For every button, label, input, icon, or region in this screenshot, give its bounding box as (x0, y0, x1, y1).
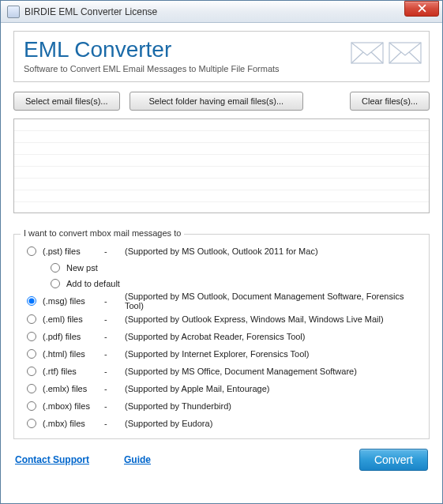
format-label: (.mbx) files (43, 419, 104, 428)
format-sub-radio[interactable] (51, 263, 60, 273)
close-icon (418, 4, 426, 13)
convert-button[interactable]: Convert (359, 449, 428, 471)
dash-separator: - (104, 246, 125, 256)
format-description: (Supported by MS Outlook, Document Manag… (125, 291, 421, 310)
format-option-row: (.pst) files-(Supported by MS Outlook, O… (22, 243, 421, 260)
format-sub-label: New pst (66, 263, 98, 273)
format-description: (Supported by Eudora) (125, 419, 212, 428)
files-listbox[interactable] (13, 118, 430, 213)
format-sub-option-row: New pst (22, 260, 421, 276)
content-area: EML Converter Software to Convert EML Em… (1, 23, 442, 480)
list-row (14, 179, 429, 190)
format-radio[interactable] (27, 349, 36, 359)
contact-support-link[interactable]: Contact Support (15, 454, 89, 465)
envelope-icon (350, 38, 385, 65)
format-option-row: (.emlx) files-(Supported by Apple Mail, … (22, 380, 421, 397)
envelope-decoration (350, 38, 422, 65)
app-subtitle: Software to Convert EML Email Messages t… (24, 64, 419, 73)
format-groupbox: I want to convert mbox mail messages to … (13, 234, 430, 439)
format-label: (.mbox) files (43, 401, 104, 411)
app-icon (7, 6, 20, 18)
close-button[interactable] (404, 1, 439, 17)
header-band: EML Converter Software to Convert EML Em… (13, 31, 430, 82)
titlebar: BIRDIE EML Converter License (1, 1, 442, 23)
format-option-row: (.rtf) files-(Supported by MS Office, Do… (22, 363, 421, 380)
format-radio[interactable] (27, 367, 36, 376)
svg-rect-1 (389, 43, 421, 63)
format-label: (.eml) files (43, 314, 104, 324)
list-row (14, 143, 429, 155)
group-legend: I want to convert mbox mail messages to (21, 228, 184, 238)
format-description: (Supported by Acrobat Reader, Forensics … (125, 332, 305, 341)
format-option-row: (.mbx) files-(Supported by Eudora) (22, 415, 421, 432)
format-description: (Supported by MS Office, Document Manage… (125, 367, 357, 376)
dash-separator: - (104, 419, 125, 428)
list-row (14, 202, 429, 213)
format-radio[interactable] (27, 332, 36, 341)
window-title: BIRDIE EML Converter License (24, 6, 404, 17)
svg-rect-0 (351, 43, 383, 63)
format-radio[interactable] (27, 314, 36, 324)
format-description: (Supported by Internet Explorer, Forensi… (125, 349, 309, 359)
dash-separator: - (104, 314, 125, 324)
list-row (14, 119, 429, 131)
format-description: (Supported by Outlook Express, Windows M… (125, 314, 384, 324)
format-option-row: (.html) files-(Supported by Internet Exp… (22, 345, 421, 363)
format-radio[interactable] (27, 384, 36, 393)
format-label: (.msg) files (43, 296, 104, 306)
format-option-row: (.mbox) files-(Supported by Thunderbird) (22, 397, 421, 415)
format-sub-label: Add to default (66, 279, 120, 288)
format-label: (.pdf) files (43, 332, 104, 341)
format-sub-radio[interactable] (51, 279, 60, 288)
guide-link[interactable]: Guide (124, 454, 151, 465)
select-folder-button[interactable]: Select folder having email files(s)... (130, 92, 304, 111)
format-option-row: (.msg) files-(Supported by MS Outlook, D… (22, 291, 421, 310)
list-row (14, 155, 429, 167)
dash-separator: - (104, 332, 125, 341)
format-option-row: (.pdf) files-(Supported by Acrobat Reade… (22, 328, 421, 345)
dash-separator: - (104, 296, 125, 306)
list-row (14, 167, 429, 179)
dash-separator: - (104, 367, 125, 376)
list-row (14, 131, 429, 143)
action-button-row: Select email files(s)... Select folder h… (13, 92, 430, 111)
format-sub-option-row: Add to default (22, 276, 421, 291)
format-description: (Supported by Thunderbird) (125, 401, 231, 411)
spacer (313, 92, 340, 111)
format-label: (.rtf) files (43, 367, 104, 376)
format-label: (.pst) files (43, 246, 104, 256)
format-option-row: (.eml) files-(Supported by Outlook Expre… (22, 310, 421, 328)
footer: Contact Support Guide Convert (13, 449, 430, 471)
format-radio[interactable] (27, 246, 36, 256)
envelope-icon (388, 38, 422, 65)
format-radio[interactable] (27, 296, 36, 306)
format-radio[interactable] (27, 419, 36, 428)
clear-files-button[interactable]: Clear files(s)... (350, 92, 430, 111)
format-description: (Supported by Apple Mail, Entourage) (125, 384, 269, 393)
dash-separator: - (104, 401, 125, 411)
list-row (14, 190, 429, 202)
format-label: (.emlx) files (43, 384, 104, 393)
dash-separator: - (104, 349, 125, 359)
format-radio[interactable] (27, 401, 36, 411)
format-description: (Supported by MS Outlook, Outlook 2011 f… (125, 246, 318, 256)
select-files-button[interactable]: Select email files(s)... (13, 92, 120, 111)
format-label: (.html) files (43, 349, 104, 359)
dash-separator: - (104, 384, 125, 393)
